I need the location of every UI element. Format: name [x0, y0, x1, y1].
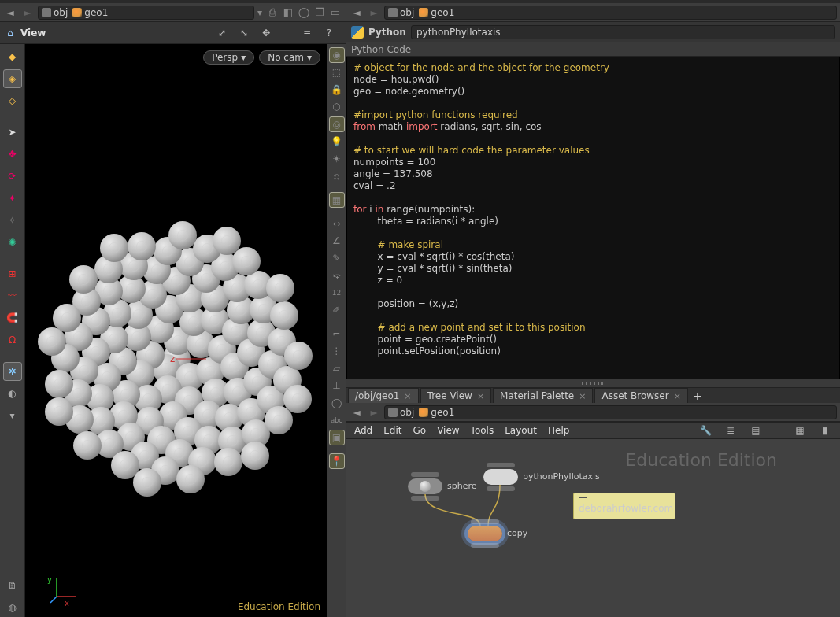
node-label: pythonPhyllotaxis	[523, 471, 600, 482]
help-icon[interactable]: ?	[320, 25, 338, 41]
parm-path-field[interactable]: obj geo1	[384, 6, 837, 20]
pose-tool-icon[interactable]: ✧	[3, 211, 22, 230]
menu-item-add[interactable]: Add	[354, 425, 372, 436]
angle-icon[interactable]: ∠	[329, 233, 345, 249]
script-name-field[interactable]: pythonPhyllotaxis	[411, 25, 835, 39]
camera-dropdown[interactable]: No cam▾	[259, 50, 320, 65]
wrench-icon[interactable]: 🔧	[698, 423, 712, 438]
cam-tool-icon[interactable]: ▾	[3, 406, 22, 425]
menu-item-tools[interactable]: Tools	[471, 425, 494, 436]
viewport[interactable]: Persp▾ No cam▾ z y x Education Edition	[25, 44, 327, 617]
ortho-icon[interactable]: ◐	[3, 384, 22, 403]
list-icon[interactable]: ≣	[723, 423, 738, 438]
scale-tool-icon[interactable]: ✦	[3, 189, 22, 208]
chevron-down-icon: ▾	[307, 52, 312, 63]
handle-world-icon[interactable]: ⤢	[213, 25, 231, 41]
menu-item-edit[interactable]: Edit	[383, 425, 401, 436]
snap-grid-icon[interactable]: ⊞	[3, 264, 22, 283]
grid-icon[interactable]: ▦	[329, 192, 345, 208]
paint-icon[interactable]: ✐	[329, 302, 345, 318]
brush-icon[interactable]: ✎	[329, 250, 345, 266]
snap-point-icon[interactable]: 🧲	[3, 308, 22, 327]
network-tab[interactable]: Asset Browser×	[594, 388, 687, 403]
nav-fwd-icon[interactable]: ►	[367, 405, 381, 419]
snap-curve-icon[interactable]: 〰	[3, 286, 22, 305]
view-options-icon[interactable]: ≡	[298, 25, 316, 41]
obj-icon	[42, 8, 51, 17]
bone-icon[interactable]: ⎌	[329, 168, 345, 184]
marker-icon[interactable]: 📍	[329, 453, 345, 469]
handle-object-icon[interactable]: ⤡	[235, 25, 253, 41]
menu-item-go[interactable]: Go	[413, 425, 426, 436]
node-copy[interactable]: copy	[468, 526, 502, 541]
sticky-note[interactable]: deborahrfowler.com	[573, 493, 675, 519]
menu-item-help[interactable]: Help	[548, 425, 569, 436]
cube-icon[interactable]: ❐	[313, 6, 327, 20]
close-icon[interactable]: ×	[674, 391, 681, 401]
network-view[interactable]: Education Edition sphere pythonPhyllotax…	[346, 439, 840, 617]
network-path-field[interactable]: obj geo1	[384, 405, 837, 419]
code-editor[interactable]: # object for the node and the object for…	[346, 57, 840, 379]
tool-select-icon[interactable]: ◈	[3, 69, 22, 88]
network-tab[interactable]: Tree View×	[420, 388, 492, 403]
handle-local-icon[interactable]: ✥	[257, 25, 275, 41]
network-tab[interactable]: Material Palette×	[493, 388, 593, 403]
env-icon[interactable]: ☀	[329, 151, 345, 167]
close-icon[interactable]: ×	[404, 391, 411, 401]
dist-icon[interactable]: ↔	[329, 216, 345, 231]
cplane-icon[interactable]: ✲	[3, 362, 22, 381]
node-label: sphere	[447, 481, 477, 491]
ring-icon[interactable]: ◯	[329, 395, 345, 411]
node-sphere[interactable]: sphere	[408, 478, 442, 494]
shade-icon[interactable]: ◉	[329, 47, 345, 63]
bg-icon[interactable]: ▣	[329, 430, 345, 445]
nav-fwd-icon[interactable]: ►	[367, 6, 381, 20]
nav-back-icon[interactable]: ◄	[350, 405, 364, 419]
bulb-icon[interactable]: 💡	[329, 134, 345, 150]
tool-region-icon[interactable]: ◇	[3, 91, 22, 110]
viewer-path-field[interactable]: obj geo1	[38, 6, 254, 20]
close-icon[interactable]: ×	[477, 391, 484, 401]
ghost-obj-icon[interactable]: ⬡	[329, 99, 345, 115]
lock-icon[interactable]: 🔒	[329, 82, 345, 98]
palette-icon[interactable]: ▮	[818, 423, 832, 438]
view-label: View	[20, 28, 46, 39]
ghost-icon[interactable]: ⌂	[3, 28, 17, 39]
edge-icon[interactable]: ⌐	[329, 326, 345, 342]
network-menu: AddEditGoViewToolsLayoutHelp🔧≣▤▦▮	[346, 422, 840, 439]
abc-icon[interactable]: abc	[329, 412, 345, 428]
vertex-icon[interactable]: ⋮	[329, 343, 345, 359]
render-icon[interactable]: ◯	[297, 6, 311, 20]
node-python[interactable]: pythonPhyllotaxis	[483, 469, 518, 485]
rotate-tool-icon[interactable]: ⟳	[3, 167, 22, 186]
hook-icon[interactable]: ⤽	[329, 268, 345, 283]
network-tab[interactable]: /obj/geo1×	[348, 388, 419, 403]
disk-icon[interactable]: ◍	[3, 598, 22, 617]
pin-icon[interactable]: ⎙	[265, 6, 279, 20]
normal-icon[interactable]: ⊥	[329, 378, 345, 393]
add-tab-button[interactable]: +	[690, 388, 705, 403]
nav-fwd-icon[interactable]: ►	[20, 6, 35, 20]
menu-item-layout[interactable]: Layout	[505, 425, 537, 436]
split-handle[interactable]	[346, 379, 840, 387]
grid-icon[interactable]: ▦	[793, 423, 807, 438]
inspect-icon[interactable]: 🗎	[3, 576, 22, 595]
menu-item-view[interactable]: View	[437, 425, 459, 436]
layout-icon[interactable]: ▭	[328, 6, 342, 20]
arrow-tool-icon[interactable]: ➤	[3, 123, 22, 142]
persp-dropdown[interactable]: Persp▾	[203, 50, 254, 65]
move-tool-icon[interactable]: ✥	[3, 145, 22, 164]
wire-icon[interactable]: ⬚	[329, 65, 345, 80]
snapshot-icon[interactable]: ◧	[281, 6, 295, 20]
tool-view-icon[interactable]: ◆	[3, 47, 22, 66]
prim-icon[interactable]: ▱	[329, 360, 345, 376]
snap-multi-icon[interactable]: Ω	[3, 331, 22, 349]
num-icon[interactable]: 12	[329, 285, 345, 301]
nav-back-icon[interactable]: ◄	[3, 6, 17, 20]
transform-tool-icon[interactable]: ✺	[3, 233, 22, 252]
lang-label: Python	[368, 27, 406, 38]
light-icon[interactable]: ◎	[329, 116, 345, 132]
nav-back-icon[interactable]: ◄	[350, 6, 364, 20]
page-icon[interactable]: ▤	[749, 423, 763, 438]
close-icon[interactable]: ×	[579, 391, 586, 401]
